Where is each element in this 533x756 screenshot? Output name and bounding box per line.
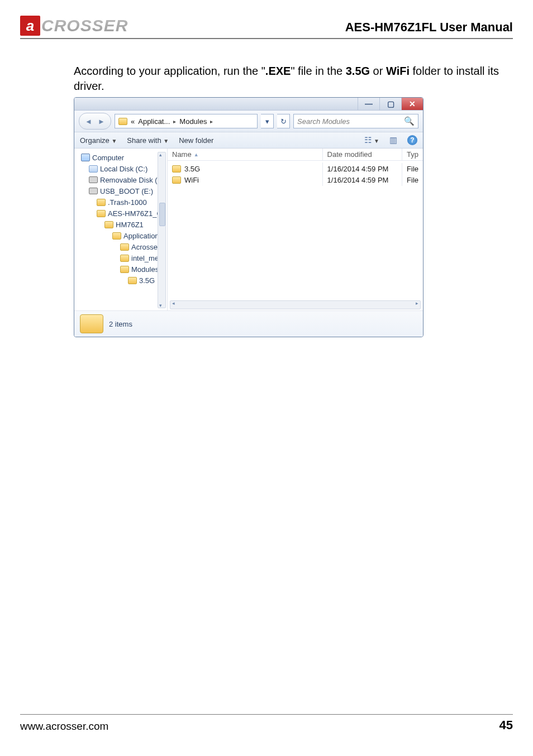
folder-icon xyxy=(172,165,181,173)
text-bold: 3.5G xyxy=(346,65,370,77)
disk-icon xyxy=(89,165,98,173)
tree-item-computer[interactable]: Computer xyxy=(74,152,167,163)
manual-title: AES-HM76Z1FL User Manual xyxy=(345,20,513,37)
tree-item[interactable]: .Trash-1000 xyxy=(74,197,167,208)
text-bold: .EXE xyxy=(265,65,291,77)
folder-icon xyxy=(104,221,113,228)
tree-item[interactable]: Modules xyxy=(74,264,167,275)
tree-item[interactable]: Acrosser xyxy=(74,241,167,252)
help-button[interactable]: ? xyxy=(407,135,417,145)
text-bold: WiFi xyxy=(386,65,410,77)
chevron-down-icon: ▼ xyxy=(163,138,169,144)
folder-icon xyxy=(120,266,129,273)
search-placeholder: Search Modules xyxy=(297,117,350,126)
text: According to your application, run the " xyxy=(74,65,265,77)
folder-icon xyxy=(80,314,103,333)
status-text: 2 items xyxy=(109,320,132,328)
removable-disk-icon xyxy=(89,176,98,183)
file-type: File xyxy=(402,163,423,175)
folder-icon xyxy=(97,210,106,217)
chevron-down-icon: ▼ xyxy=(111,138,117,144)
file-date: 1/16/2014 4:59 PM xyxy=(323,163,402,175)
view-options-button[interactable]: ☷ ▼ xyxy=(364,135,379,145)
window-close-button[interactable]: ✕ xyxy=(401,98,423,110)
search-icon: 🔍 xyxy=(404,116,415,126)
forward-icon: ► xyxy=(98,117,105,126)
text: " file in the xyxy=(291,65,345,77)
tree-item[interactable]: HM76Z1 xyxy=(74,219,167,230)
preview-pane-button[interactable]: ▥ xyxy=(389,135,397,145)
status-bar: 2 items xyxy=(74,310,423,337)
tree-item[interactable]: Local Disk (C:) xyxy=(74,163,167,174)
address-bar[interactable]: « Applicat... ▸ Modules ▸ xyxy=(115,114,258,128)
window-titlebar: — ▢ ✕ xyxy=(74,98,423,111)
header-divider xyxy=(20,38,513,39)
toolbar: Organize ▼ Share with ▼ New folder ☷ ▼ ▥… xyxy=(74,132,423,149)
back-icon: ◄ xyxy=(85,117,92,126)
breadcrumb-prefix: « xyxy=(131,117,135,126)
folder-icon xyxy=(120,255,129,262)
tree-scrollbar[interactable] xyxy=(158,152,166,308)
tree-item[interactable]: Removable Disk ( xyxy=(74,174,167,185)
tree-item[interactable]: USB_BOOT (E:) xyxy=(74,185,167,197)
folder-icon xyxy=(97,199,106,206)
text: or xyxy=(370,65,386,77)
removable-disk-icon xyxy=(89,188,98,194)
file-type: File xyxy=(402,174,423,186)
tree-item[interactable]: 3.5G xyxy=(74,275,167,286)
tree-item[interactable]: intel_mei xyxy=(74,252,167,264)
share-menu[interactable]: Share with ▼ xyxy=(127,136,169,145)
logo-word: CROSSER xyxy=(41,16,128,35)
column-headers: Name ▲ Date modified Typ xyxy=(168,149,423,161)
explorer-window: — ▢ ✕ ◄ ► « Applicat... ▸ Modules ▸ ▾ ↻ … xyxy=(74,97,423,337)
file-row[interactable]: WiFi 1/16/2014 4:59 PM File xyxy=(168,174,423,185)
folder-icon xyxy=(120,243,129,251)
tree-item[interactable]: Application xyxy=(74,230,167,241)
sort-asc-icon: ▲ xyxy=(194,152,199,157)
file-name: 3.5G xyxy=(184,165,200,173)
window-minimize-button[interactable]: — xyxy=(358,98,379,110)
breadcrumb-seg[interactable]: Applicat... xyxy=(138,117,170,126)
breadcrumb-seg[interactable]: Modules xyxy=(179,117,207,126)
tree-item[interactable]: AES-HM76Z1_C xyxy=(74,208,167,219)
file-date: 1/16/2014 4:59 PM xyxy=(323,174,402,186)
logo-mark-icon xyxy=(20,16,40,36)
organize-menu[interactable]: Organize ▼ xyxy=(80,136,117,145)
breadcrumb-sep-icon: ▸ xyxy=(173,118,176,125)
folder-icon xyxy=(128,277,137,284)
file-name: WiFi xyxy=(184,176,199,184)
window-maximize-button[interactable]: ▢ xyxy=(379,98,401,110)
file-list-pane: Name ▲ Date modified Typ 3.5G 1/16/2014 … xyxy=(168,149,423,310)
column-header-date[interactable]: Date modified xyxy=(323,149,402,160)
folder-icon xyxy=(118,118,127,125)
address-row: ◄ ► « Applicat... ▸ Modules ▸ ▾ ↻ Search… xyxy=(74,111,423,132)
folder-icon xyxy=(172,176,181,184)
file-row[interactable]: 3.5G 1/16/2014 4:59 PM File xyxy=(168,163,423,174)
horizontal-scrollbar[interactable] xyxy=(170,300,421,309)
page-number: 45 xyxy=(499,718,513,733)
new-folder-button[interactable]: New folder xyxy=(179,136,213,145)
column-header-type[interactable]: Typ xyxy=(402,149,423,160)
address-refresh-button[interactable]: ↻ xyxy=(277,114,290,128)
column-header-name[interactable]: Name ▲ xyxy=(168,149,323,160)
brand-logo: CROSSER xyxy=(20,16,128,37)
address-dropdown-button[interactable]: ▾ xyxy=(261,114,274,128)
page-footer: www.acrosser.com 45 xyxy=(20,714,513,733)
scrollbar-thumb[interactable] xyxy=(159,203,165,226)
nav-back-forward[interactable]: ◄ ► xyxy=(79,113,111,130)
footer-url: www.acrosser.com xyxy=(20,720,108,733)
folder-icon xyxy=(112,232,121,240)
search-input[interactable]: Search Modules 🔍 xyxy=(293,114,418,128)
instruction-paragraph: According to your application, run the "… xyxy=(74,64,513,94)
computer-icon xyxy=(81,154,90,161)
navigation-tree[interactable]: Computer Local Disk (C:) Removable Disk … xyxy=(74,149,168,310)
breadcrumb-trail-icon: ▸ xyxy=(210,118,213,125)
